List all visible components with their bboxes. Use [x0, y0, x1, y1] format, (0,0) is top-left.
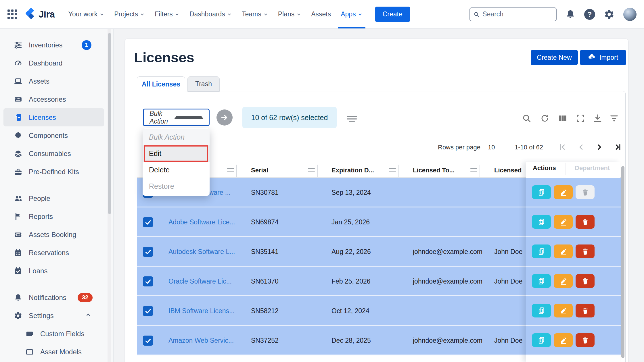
sidebar-item-people[interactable]: People [3, 189, 104, 207]
nav-teams[interactable]: Teams [237, 0, 273, 28]
license-name-link[interactable]: IBM Software Licens... [168, 307, 235, 315]
calendar-check-icon [14, 267, 22, 275]
delete-button[interactable] [576, 274, 595, 288]
copy-button[interactable] [532, 304, 551, 317]
copy-button[interactable] [532, 333, 551, 347]
copy-button[interactable] [532, 274, 551, 288]
license-name-link[interactable]: Amazon Web Servic... [168, 337, 234, 344]
nav-your-work[interactable]: Your work [64, 0, 109, 28]
delete-button[interactable] [576, 304, 595, 317]
keyboard-icon [14, 95, 22, 104]
table-scrollbar-thumb[interactable] [621, 166, 624, 358]
fullscreen-icon[interactable] [576, 113, 585, 124]
search-icon[interactable] [522, 113, 532, 124]
column-header-serial[interactable]: Serial [251, 167, 268, 174]
sidebar-item-pre-defined-kits[interactable]: Pre-Defined Kits [3, 163, 104, 181]
layers-icon [14, 149, 22, 158]
sidebar-item-dashboard[interactable]: Dashboard [3, 54, 104, 72]
rows-per-page-select[interactable]: 10 [488, 144, 495, 151]
sidebar-item-accessories[interactable]: Accessories [3, 90, 104, 108]
column-header-expiration[interactable]: Expiration D... [331, 167, 374, 174]
edit-button[interactable] [554, 333, 573, 347]
license-name-link[interactable]: Oracle Software Lic... [168, 278, 232, 285]
import-button[interactable]: Import [580, 50, 626, 65]
search-box[interactable] [469, 7, 557, 21]
copy-icon [538, 188, 545, 196]
edit-button[interactable] [554, 304, 573, 317]
apply-bulk-action-button[interactable] [216, 109, 233, 126]
sidebar-item-notifications[interactable]: Notifications 32 [3, 288, 104, 307]
last-page-button[interactable] [613, 143, 622, 152]
tab-trash[interactable]: Trash [187, 76, 220, 92]
sidebar-item-assets-booking[interactable]: Assets Booking [3, 226, 104, 244]
nav-filters[interactable]: Filters [150, 0, 185, 28]
laptop-icon [14, 77, 22, 86]
jira-logo[interactable]: Jira [24, 8, 55, 21]
sidebar-item-consumables[interactable]: Consumables [3, 145, 104, 163]
delete-button[interactable] [576, 215, 595, 229]
sidebar-item-inventories[interactable]: Inventories 1 [3, 36, 104, 54]
sidebar-scrollbar-thumb[interactable] [108, 33, 111, 214]
nav-assets[interactable]: Assets [306, 0, 336, 28]
sidebar-item-components[interactable]: Components [3, 126, 104, 145]
column-resize-handle[interactable] [308, 168, 315, 172]
settings-gear-icon[interactable] [604, 9, 615, 20]
column-resize-handle[interactable] [389, 168, 396, 172]
expiration-cell: Feb 25, 2026 [331, 278, 371, 285]
column-header-licensed[interactable]: Licensed [494, 167, 522, 174]
refresh-icon[interactable] [540, 113, 550, 124]
view-columns-icon[interactable] [558, 113, 568, 124]
trash-icon [581, 248, 589, 255]
user-avatar[interactable] [623, 8, 637, 21]
create-button[interactable]: Create [375, 7, 410, 22]
search-input[interactable] [482, 10, 553, 18]
sidebar-item-loans[interactable]: Loans [3, 262, 104, 280]
download-icon[interactable] [593, 113, 603, 124]
app-switcher-icon[interactable] [7, 9, 17, 19]
tab-all-licenses[interactable]: All Licenses [137, 76, 185, 92]
create-new-button[interactable]: Create New [531, 50, 578, 65]
next-page-button[interactable] [595, 143, 604, 152]
row-checkbox[interactable] [143, 217, 153, 227]
sidebar-item-asset-models[interactable]: Asset Models [3, 343, 104, 361]
density-icon[interactable] [347, 115, 357, 125]
nav-plans[interactable]: Plans [273, 0, 306, 28]
copy-button[interactable] [532, 185, 551, 199]
bulk-action-select[interactable]: Bulk Action [143, 109, 210, 126]
delete-button[interactable] [576, 244, 595, 258]
edit-button[interactable] [554, 215, 573, 229]
copy-button[interactable] [532, 244, 551, 258]
menu-item-edit[interactable]: Edit [143, 145, 210, 162]
column-header-licensed-to[interactable]: Licensed To... [413, 167, 455, 174]
filter-icon[interactable] [609, 113, 619, 124]
sidebar-item-reports[interactable]: Reports [3, 207, 104, 226]
column-resize-handle[interactable] [227, 168, 234, 172]
menu-item-delete[interactable]: Delete [143, 162, 210, 178]
sidebar-item-licenses[interactable]: Licenses [3, 108, 104, 126]
sidebar-item-assets[interactable]: Assets [3, 72, 104, 90]
sidebar-item-reservations[interactable]: Reservations [3, 244, 104, 262]
edit-button[interactable] [554, 244, 573, 258]
nav-projects[interactable]: Projects [109, 0, 150, 28]
license-name-link[interactable]: Autodesk Software L... [168, 248, 235, 256]
nav-dashboards[interactable]: Dashboards [185, 0, 237, 28]
sidebar-item-settings[interactable]: Settings [3, 307, 104, 325]
jira-logo-text: Jira [39, 9, 55, 20]
nav-apps[interactable]: Apps [336, 0, 367, 28]
row-checkbox[interactable] [143, 336, 153, 346]
edit-button[interactable] [554, 274, 573, 288]
row-checkbox[interactable] [143, 247, 153, 257]
edit-button[interactable] [554, 185, 573, 199]
help-icon[interactable]: ? [584, 9, 595, 20]
first-page-button[interactable] [558, 143, 567, 152]
row-checkbox[interactable] [143, 276, 153, 286]
cloud-upload-icon [588, 53, 596, 62]
delete-button[interactable] [576, 333, 595, 347]
copy-button[interactable] [532, 215, 551, 229]
license-name-link[interactable]: Adobe Software Lice... [168, 218, 235, 226]
row-checkbox[interactable] [143, 306, 153, 316]
notification-bell-icon[interactable] [565, 9, 576, 20]
sidebar-item-custom-fields[interactable]: Custom Fields [3, 325, 104, 343]
column-resize-handle[interactable] [470, 168, 477, 172]
previous-page-button[interactable] [576, 143, 586, 152]
